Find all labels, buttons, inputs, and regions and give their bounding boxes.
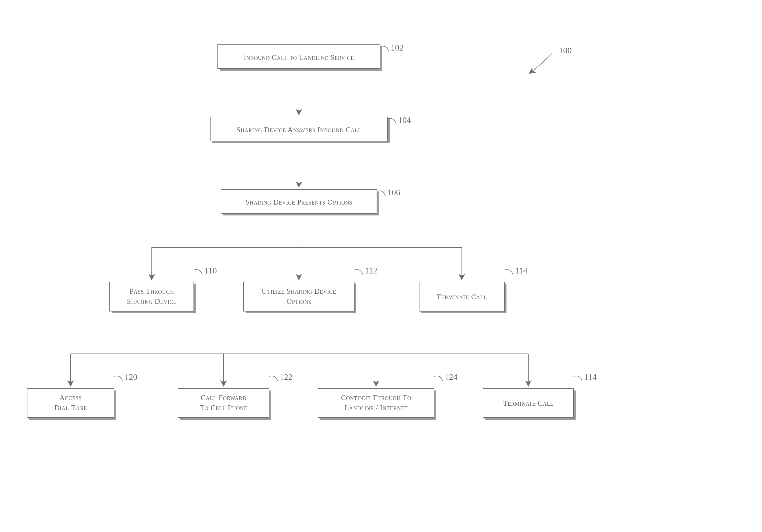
node-106-label: Sharing Device Presents Options bbox=[245, 198, 352, 206]
node-124-ref: 124 bbox=[445, 372, 458, 382]
node-114-ref: 114 bbox=[515, 266, 527, 275]
node-110: Pass Through Sharing Device 110 bbox=[110, 266, 217, 313]
node-122-label-a: Call Forward bbox=[201, 393, 247, 402]
svg-rect-26 bbox=[178, 388, 269, 418]
node-122-ref: 122 bbox=[280, 372, 292, 382]
flowchart: 100 Inbound Call to Landline Service 102… bbox=[0, 0, 762, 532]
node-124: Continue Through To Landline / Internet … bbox=[318, 372, 458, 420]
node-112-label-a: Utilize Sharing Device bbox=[262, 287, 336, 295]
node-114b-label: Terminate Call bbox=[503, 399, 554, 407]
node-122: Call Forward To Cell Phone 122 bbox=[178, 372, 292, 420]
svg-rect-24 bbox=[27, 388, 114, 418]
node-122-label-b: To Cell Phone bbox=[200, 404, 248, 412]
node-120-ref: 120 bbox=[124, 372, 137, 382]
ref-100-label: 100 bbox=[559, 45, 572, 55]
svg-rect-28 bbox=[318, 388, 434, 418]
node-112: Utilize Sharing Device Options 112 bbox=[244, 266, 377, 313]
node-120-label-b: Dial Tone bbox=[54, 404, 87, 412]
node-124-label-a: Continue Through To bbox=[341, 393, 411, 402]
svg-rect-12 bbox=[110, 282, 194, 311]
node-110-label-a: Pass Through bbox=[129, 287, 174, 295]
node-120-label-a: Access bbox=[59, 393, 82, 402]
ref-100: 100 bbox=[530, 45, 572, 73]
node-104: Sharing Device Answers Inbound Call 104 bbox=[210, 115, 411, 143]
node-110-label-b: Sharing Device bbox=[127, 297, 177, 305]
node-114-label: Terminate Call bbox=[436, 293, 487, 301]
node-104-ref: 104 bbox=[398, 115, 411, 125]
svg-rect-14 bbox=[244, 282, 354, 311]
node-114: Terminate Call 114 bbox=[419, 266, 527, 313]
node-114b-ref: 114 bbox=[584, 372, 597, 382]
node-110-ref: 110 bbox=[204, 266, 217, 275]
node-124-label-b: Landline / Internet bbox=[344, 404, 408, 412]
node-102-label: Inbound Call to Landline Service bbox=[244, 53, 354, 61]
node-112-ref: 112 bbox=[365, 266, 377, 275]
node-102: Inbound Call to Landline Service 102 bbox=[218, 43, 404, 71]
node-106-ref: 106 bbox=[388, 187, 400, 197]
node-106: Sharing Device Presents Options 106 bbox=[221, 187, 400, 216]
node-104-label: Sharing Device Answers Inbound Call bbox=[236, 126, 361, 134]
branch-112 bbox=[71, 313, 528, 386]
node-112-label-b: Options bbox=[286, 297, 311, 305]
node-114b: Terminate Call 114 bbox=[483, 372, 597, 420]
node-102-ref: 102 bbox=[391, 43, 404, 52]
node-120: Access Dial Tone 120 bbox=[27, 372, 137, 420]
